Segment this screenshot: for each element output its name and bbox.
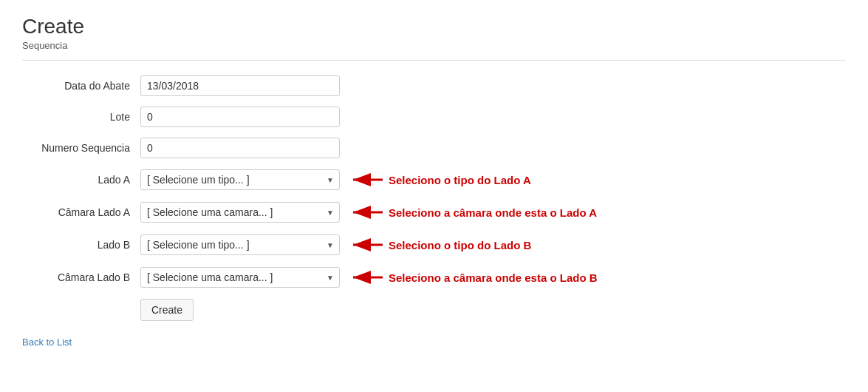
lado-a-annotation-group: [ Selecione um tipo... ] Seleciono o tip… — [140, 169, 531, 191]
camara-lado-b-annotation-group: [ Selecione uma camara... ] Seleciono a … — [140, 266, 598, 288]
lote-label: Lote — [22, 111, 140, 123]
lado-b-label: Lado B — [22, 239, 140, 251]
camara-lado-b-annotation-text: Seleciono a câmara onde esta o Lado B — [389, 271, 598, 284]
camara-lado-b-label: Câmara Lado B — [22, 271, 140, 283]
lado-b-arrow-annotation: Seleciono o tipo do Lado B — [347, 234, 531, 256]
arrow-left-icon — [347, 169, 384, 191]
numero-sequencia-label: Numero Sequencia — [22, 142, 140, 154]
lado-a-label: Lado A — [22, 174, 140, 186]
lado-b-annotation-text: Seleciono o tipo do Lado B — [389, 239, 531, 251]
camara-lado-a-select[interactable]: [ Selecione uma camara... ] — [140, 202, 340, 223]
data-do-abate-label: Data do Abate — [22, 80, 140, 92]
camara-lado-a-group: Câmara Lado A [ Selecione uma camara... … — [22, 201, 846, 223]
lado-b-annotation-group: [ Selecione um tipo... ] Seleciono o tip… — [140, 234, 531, 256]
camara-lado-a-annotation-text: Seleciono a câmara onde esta o Lado A — [389, 206, 597, 219]
create-button[interactable]: Create — [140, 299, 194, 321]
camara-lado-a-label: Câmara Lado A — [22, 206, 140, 218]
lado-a-select[interactable]: [ Selecione um tipo... ] — [140, 169, 340, 190]
data-do-abate-input[interactable] — [140, 75, 340, 96]
lote-input[interactable] — [140, 107, 340, 127]
camara-lado-a-arrow-annotation: Seleciono a câmara onde esta o Lado A — [347, 201, 597, 223]
lado-a-arrow-annotation: Seleciono o tipo do Lado A — [347, 169, 531, 191]
arrow-left-icon-3 — [347, 234, 384, 256]
back-to-list-link[interactable]: Back to List — [22, 337, 72, 348]
button-row: Create — [140, 299, 846, 321]
divider — [22, 60, 846, 61]
camara-lado-b-arrow-annotation: Seleciono a câmara onde esta o Lado B — [347, 266, 598, 288]
lado-a-annotation-text: Seleciono o tipo do Lado A — [389, 174, 531, 186]
camara-lado-b-group: Câmara Lado B [ Selecione uma camara... … — [22, 266, 846, 288]
arrow-left-icon-2 — [347, 201, 384, 223]
camara-lado-b-select[interactable]: [ Selecione uma camara... ] — [140, 267, 340, 288]
lado-b-select[interactable]: [ Selecione um tipo... ] — [140, 234, 340, 255]
lado-b-select-wrapper: [ Selecione um tipo... ] — [140, 234, 340, 255]
page-subtitle: Sequencia — [22, 40, 846, 51]
lado-b-group: Lado B [ Selecione um tipo... ] Selecion… — [22, 234, 846, 256]
numero-sequencia-input[interactable] — [140, 138, 340, 158]
page-title: Create — [22, 15, 846, 38]
numero-sequencia-group: Numero Sequencia — [22, 138, 846, 158]
lote-group: Lote — [22, 107, 846, 127]
camara-lado-b-select-wrapper: [ Selecione uma camara... ] — [140, 267, 340, 288]
lado-a-select-wrapper: [ Selecione um tipo... ] — [140, 169, 340, 190]
camara-lado-a-annotation-group: [ Selecione uma camara... ] Seleciono a … — [140, 201, 597, 223]
data-do-abate-group: Data do Abate — [22, 75, 846, 96]
camara-lado-a-select-wrapper: [ Selecione uma camara... ] — [140, 202, 340, 223]
lado-a-group: Lado A [ Selecione um tipo... ] Selecion… — [22, 169, 846, 191]
arrow-left-icon-4 — [347, 266, 384, 288]
